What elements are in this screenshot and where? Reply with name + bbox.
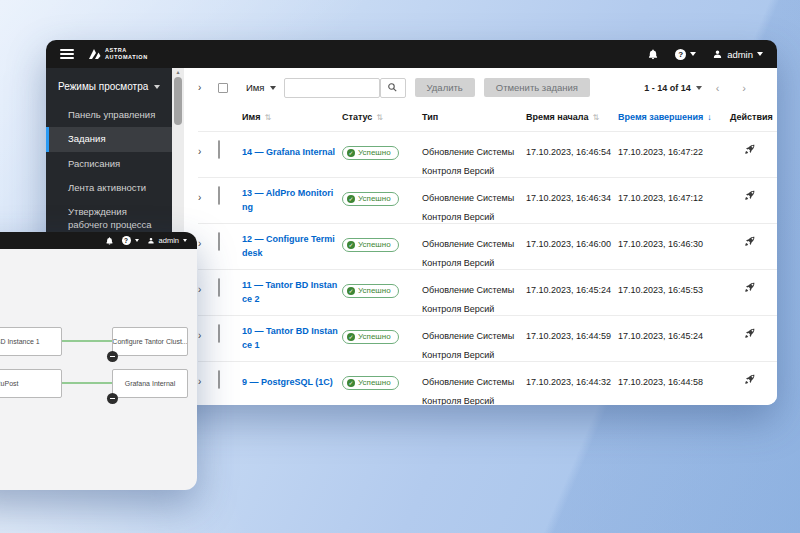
select-all-checkbox[interactable]	[218, 83, 228, 93]
row-checkbox[interactable]	[218, 370, 220, 389]
rocket-icon	[744, 373, 756, 385]
finish-time: 17.10.2023, 16:46:30	[618, 239, 703, 249]
workflow-node[interactable]: Grafana Internal	[112, 369, 188, 398]
status-badge: ✓Успешно	[342, 192, 399, 206]
scrollbar-thumb[interactable]	[174, 77, 182, 125]
job-link[interactable]: 10 — Tantor BD Instance 1	[242, 325, 338, 352]
help-menu[interactable]: ?	[675, 49, 696, 60]
chevron-down-icon	[690, 52, 696, 56]
username: admin	[727, 49, 753, 60]
delete-button[interactable]: Удалить	[415, 78, 475, 97]
status-badge: ✓Успешно	[342, 376, 399, 390]
finish-time: 17.10.2023, 16:47:12	[618, 193, 703, 203]
notifications-bell-icon[interactable]	[105, 236, 114, 246]
check-icon: ✓	[347, 149, 355, 157]
workflow-node[interactable]: Configure Tantor Clust...	[112, 327, 188, 356]
status-badge: ✓Успешно	[342, 284, 399, 298]
check-icon: ✓	[347, 379, 355, 387]
job-link[interactable]: 9 — PostgreSQL (1C)	[242, 376, 338, 390]
column-header-status[interactable]: Статус⇅	[342, 112, 422, 122]
status-badge: ✓Успешно	[342, 330, 399, 344]
finish-time: 17.10.2023, 16:45:24	[618, 331, 703, 341]
rocket-icon	[744, 327, 756, 339]
user-menu[interactable]: admin	[712, 49, 763, 60]
filter-field-select[interactable]: Имя	[242, 82, 284, 93]
row-expand-icon[interactable]: ›	[198, 146, 201, 157]
relaunch-button[interactable]	[744, 281, 756, 293]
job-link[interactable]: 14 — Grafana Internal	[242, 146, 338, 160]
workflow-edge	[62, 382, 112, 384]
sort-icon: ⇅	[592, 113, 599, 122]
row-expand-icon[interactable]: ›	[198, 238, 201, 249]
relaunch-button[interactable]	[744, 327, 756, 339]
job-link[interactable]: 11 — Tantor BD Instance 2	[242, 279, 338, 306]
rocket-icon	[744, 281, 756, 293]
column-header-name[interactable]: Имя⇅	[242, 112, 342, 122]
relaunch-button[interactable]	[744, 235, 756, 247]
workflow-node[interactable]: Tantor BD Instance 1	[0, 327, 62, 356]
node-status-badge	[107, 393, 118, 404]
column-header-start[interactable]: Время начала⇅	[526, 112, 618, 122]
job-link[interactable]: 12 — Configure Termidesk	[242, 233, 338, 260]
table-row: › 14 — Grafana Internal ✓Успешно Обновле…	[198, 132, 777, 178]
job-type: Обновление Системы Контроля Версий	[422, 239, 514, 268]
relaunch-button[interactable]	[744, 143, 756, 155]
check-icon: ✓	[347, 195, 355, 203]
menu-icon[interactable]	[60, 49, 74, 59]
prev-page-icon[interactable]: ‹	[707, 82, 729, 94]
table-row: › 12 — Configure Termidesk ✓Успешно Обно…	[198, 224, 777, 270]
scroll-up-icon[interactable]: ▴	[172, 68, 184, 77]
job-type: Обновление Системы Контроля Версий	[422, 285, 514, 314]
row-expand-icon[interactable]: ›	[198, 330, 201, 341]
table-header: Имя⇅ Статус⇅ Тип Время начала⇅ Время зав…	[198, 102, 777, 132]
user-icon	[712, 49, 723, 60]
sidebar-item-activity-stream[interactable]: Лента активности	[46, 176, 172, 200]
sidebar-group-label: Режимы просмотра	[58, 81, 148, 92]
row-checkbox[interactable]	[218, 324, 220, 343]
start-time: 17.10.2023, 16:46:54	[526, 147, 611, 157]
help-menu[interactable]: ?	[122, 236, 139, 245]
job-type: Обновление Системы Контроля Версий	[422, 331, 514, 360]
check-icon: ✓	[347, 241, 355, 249]
chevron-down-icon[interactable]	[696, 86, 702, 90]
row-checkbox[interactable]	[218, 186, 220, 205]
sort-icon: ⇅	[376, 113, 383, 122]
table-row: › 13 — AldPro Monitoring ✓Успешно Обновл…	[198, 178, 777, 224]
filter-field-label: Имя	[246, 82, 265, 93]
search-input[interactable]	[284, 78, 380, 98]
job-type: Обновление Системы Контроля Версий	[422, 193, 514, 222]
search-button[interactable]	[380, 78, 406, 98]
relaunch-button[interactable]	[744, 373, 756, 385]
chevron-down-icon	[183, 239, 187, 242]
sidebar-item-schedules[interactable]: Расписания	[46, 152, 172, 176]
notifications-bell-icon[interactable]	[647, 48, 659, 61]
status-badge: ✓Успешно	[342, 238, 399, 252]
table-row: › 9 — PostgreSQL (1C) ✓Успешно Обновлени…	[198, 362, 777, 405]
user-menu[interactable]: admin	[147, 236, 187, 245]
row-checkbox[interactable]	[218, 232, 220, 251]
row-expand-icon[interactable]: ›	[198, 284, 201, 295]
finish-time: 17.10.2023, 16:44:58	[618, 377, 703, 387]
row-checkbox[interactable]	[218, 278, 220, 297]
job-link[interactable]: 13 — AldPro Monitoring	[242, 187, 338, 214]
sidebar-item-dashboard[interactable]: Панель управления	[46, 103, 172, 127]
expand-all-icon[interactable]: ›	[198, 82, 218, 93]
app-logo: ASTRA AUTOMATION	[88, 47, 148, 61]
row-expand-icon[interactable]: ›	[198, 192, 201, 203]
help-icon: ?	[122, 236, 131, 245]
workflow-node[interactable]: RuPost	[0, 369, 62, 398]
row-checkbox[interactable]	[218, 140, 220, 159]
relaunch-button[interactable]	[744, 189, 756, 201]
row-expand-icon[interactable]: ›	[198, 376, 201, 387]
rocket-icon	[744, 143, 756, 155]
sidebar-item-jobs[interactable]: Задания	[46, 127, 172, 151]
next-page-icon[interactable]: ›	[733, 82, 755, 94]
logo-line2: AUTOMATION	[105, 54, 148, 61]
column-header-finish[interactable]: Время завершения↓	[618, 112, 730, 122]
sidebar-group-views[interactable]: Режимы просмотра	[46, 68, 172, 103]
table-row: › 11 — Tantor BD Instance 2 ✓Успешно Обн…	[198, 270, 777, 316]
desktop: ASTRA AUTOMATION ? admin	[0, 0, 800, 533]
cancel-jobs-button[interactable]: Отменить задания	[484, 78, 590, 97]
start-time: 17.10.2023, 16:44:32	[526, 377, 611, 387]
job-type: Обновление Системы Контроля Версий	[422, 147, 514, 176]
